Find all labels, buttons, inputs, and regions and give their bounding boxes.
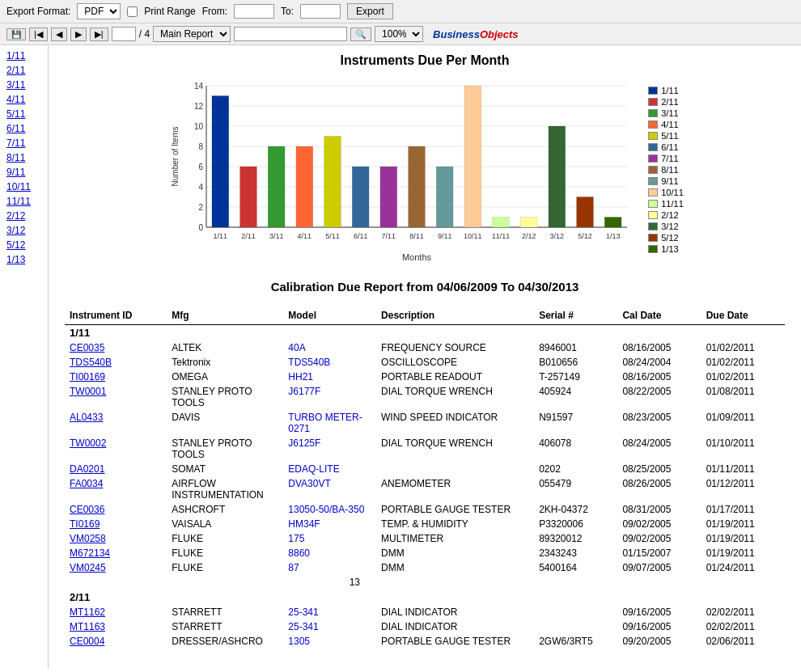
export-format-select[interactable]: PDF	[77, 3, 121, 19]
svg-rect-46	[605, 218, 622, 228]
cell-model[interactable]: HM34F	[283, 517, 376, 531]
cell-caldate: 08/26/2005	[617, 476, 701, 502]
cell-model[interactable]: 87	[283, 560, 376, 575]
cell-instrument[interactable]: TI00169	[65, 370, 167, 384]
cell-desc: DIAL INDICATOR	[376, 605, 534, 619]
nav-prev-button[interactable]: ◀	[51, 27, 67, 41]
search-button[interactable]: 🔍	[350, 27, 371, 41]
cell-instrument[interactable]: CE0035	[65, 340, 167, 355]
cell-desc: ANEMOMETER	[376, 476, 534, 502]
svg-text:8/11: 8/11	[409, 232, 424, 240]
cell-model[interactable]: 13050-50/BA-350	[283, 502, 376, 517]
cell-desc: FREQUENCY SOURCE	[376, 340, 534, 355]
cell-instrument[interactable]: TW0002	[65, 436, 167, 462]
page-number-input[interactable]: 1	[112, 27, 136, 41]
search-input[interactable]	[234, 27, 347, 41]
cell-mfg: FLUKE	[167, 560, 283, 575]
legend-item: 3/12	[648, 222, 684, 231]
table-row: CE0036 ASHCROFT 13050-50/BA-350 PORTABLE…	[65, 502, 785, 517]
svg-text:7/11: 7/11	[382, 232, 396, 240]
cell-instrument[interactable]: M672134	[65, 546, 167, 560]
cell-instrument[interactable]: VM0245	[65, 560, 167, 575]
cell-instrument[interactable]: CE0004	[65, 634, 167, 649]
cell-model[interactable]: 25-341	[283, 619, 376, 634]
legend-item: 10/11	[648, 188, 684, 197]
cell-model[interactable]: J6125F	[283, 436, 376, 462]
cell-instrument[interactable]: DA0201	[65, 462, 167, 476]
cell-caldate: 09/02/2005	[617, 517, 701, 531]
nav-first-button[interactable]: |◀	[29, 27, 48, 41]
cell-model[interactable]: EDAQ-LITE	[283, 462, 376, 476]
cell-duedate: 01/10/2011	[701, 436, 785, 462]
cell-serial: 89320012	[534, 531, 617, 546]
cell-caldate: 08/31/2005	[617, 502, 701, 517]
cell-model[interactable]: DVA30VT	[283, 476, 376, 502]
cell-instrument[interactable]: TDS540B	[65, 355, 167, 370]
cell-model[interactable]: 25-341	[283, 605, 376, 619]
nav-save-icon[interactable]: 💾	[6, 28, 26, 40]
sidebar-item[interactable]: 5/12	[0, 238, 48, 252]
zoom-select[interactable]: 100%	[375, 26, 423, 42]
from-label: From:	[202, 6, 227, 17]
cell-duedate: 01/12/2011	[701, 476, 785, 502]
cell-model[interactable]: J6177F	[283, 384, 376, 410]
export-button[interactable]: Export	[347, 3, 393, 19]
col-header-instrument: Instrument ID	[65, 306, 167, 325]
table-row: M672134 FLUKE 8860 DMM 2343243 01/15/200…	[65, 546, 785, 560]
cell-model[interactable]: 40A	[283, 340, 376, 355]
cell-model[interactable]: TURBO METER-0271	[283, 410, 376, 436]
cell-instrument[interactable]: TI0169	[65, 517, 167, 531]
cell-instrument[interactable]: CE0036	[65, 502, 167, 517]
table-row: CE0035 ALTEK 40A FREQUENCY SOURCE 894600…	[65, 340, 785, 355]
svg-text:2/12: 2/12	[522, 232, 536, 240]
cell-caldate: 08/16/2005	[617, 340, 701, 355]
from-input[interactable]	[234, 4, 274, 19]
table-row: TW0001 STANLEY PROTO TOOLS J6177F DIAL T…	[65, 384, 785, 410]
cell-desc: OSCILLOSCOPE	[376, 355, 534, 370]
cell-instrument[interactable]: FA0034	[65, 476, 167, 502]
cell-instrument[interactable]: VM0258	[65, 531, 167, 546]
bo-logo: BusinessObjects	[433, 28, 519, 40]
cell-instrument[interactable]: MT1163	[65, 619, 167, 634]
sidebar-item[interactable]: 3/11	[0, 78, 48, 92]
sidebar-item[interactable]: 3/12	[0, 223, 48, 238]
sidebar-item[interactable]: 6/11	[0, 121, 48, 136]
svg-text:14: 14	[194, 82, 204, 91]
sidebar-item[interactable]: 9/11	[0, 165, 48, 180]
sidebar-item[interactable]: 2/12	[0, 209, 48, 223]
cell-model[interactable]: HH21	[283, 370, 376, 384]
legend-item: 2/12	[648, 210, 684, 220]
sidebar-item[interactable]: 11/11	[0, 194, 48, 209]
cell-model[interactable]: 1305	[283, 634, 376, 649]
cell-model[interactable]: 175	[283, 531, 376, 546]
sidebar-item[interactable]: 8/11	[0, 150, 48, 165]
sidebar-item[interactable]: 1/13	[0, 252, 48, 267]
sidebar-item[interactable]: 5/11	[0, 107, 48, 121]
cell-instrument[interactable]: AL0433	[65, 410, 167, 436]
sidebar-item[interactable]: 10/11	[0, 180, 48, 194]
main-container: 1/112/113/114/115/116/117/118/119/1110/1…	[0, 45, 801, 669]
report-select[interactable]: Main Report	[153, 26, 231, 42]
print-range-checkbox[interactable]	[127, 6, 138, 17]
table-row: TW0002 STANLEY PROTO TOOLS J6125F DIAL T…	[65, 436, 785, 462]
cell-model[interactable]: TDS540B	[283, 355, 376, 370]
cell-caldate: 08/22/2005	[617, 384, 701, 410]
sidebar-item[interactable]: 4/11	[0, 92, 48, 107]
svg-text:11/11: 11/11	[492, 232, 511, 240]
sidebar-item[interactable]: 2/11	[0, 63, 48, 78]
cell-serial: 2343243	[534, 546, 617, 560]
nav-next-button[interactable]: ▶	[70, 27, 87, 41]
legend-item: 5/12	[648, 233, 684, 243]
svg-rect-32	[409, 146, 426, 227]
to-label: To:	[281, 6, 294, 17]
cell-desc: PORTABLE GAUGE TESTER	[376, 634, 534, 649]
svg-rect-44	[577, 197, 594, 228]
sidebar-item[interactable]: 7/11	[0, 136, 48, 150]
sidebar-item[interactable]: 1/11	[0, 49, 48, 63]
nav-last-button[interactable]: ▶|	[90, 27, 108, 41]
cell-model[interactable]: 8860	[283, 546, 376, 560]
to-input[interactable]	[300, 4, 341, 19]
cell-instrument[interactable]: TW0001	[65, 384, 167, 410]
svg-text:1/13: 1/13	[606, 232, 621, 240]
cell-instrument[interactable]: MT1162	[65, 605, 167, 619]
